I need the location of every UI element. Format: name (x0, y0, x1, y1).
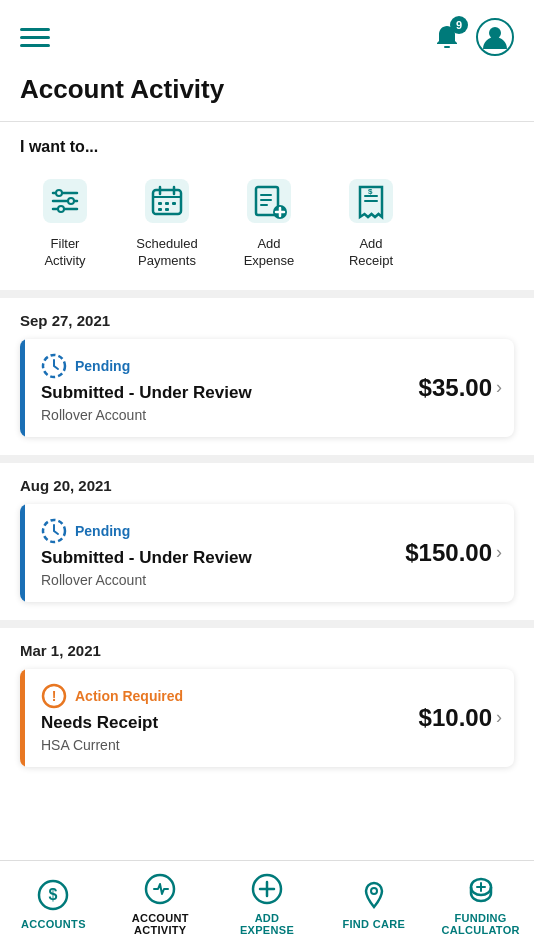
scheduled-payments-label: ScheduledPayments (136, 236, 197, 270)
status-text-2: Pending (75, 523, 130, 539)
nav-add-expense[interactable]: ADDEXPENSE (214, 871, 321, 936)
section-divider-2 (0, 455, 534, 463)
card-subtitle-2: Rollover Account (41, 572, 498, 588)
activity-card-3[interactable]: ! Action Required Needs Receipt HSA Curr… (20, 669, 514, 767)
accounts-nav-icon: $ (35, 877, 71, 913)
nav-funding-calculator[interactable]: FUNDINGCALCULATOR (427, 871, 534, 936)
nav-find-care-label: FIND CARE (342, 918, 405, 930)
nav-find-care[interactable]: FIND CARE (320, 877, 427, 930)
find-care-nav-icon (356, 877, 392, 913)
action-add-expense[interactable]: AddExpense (224, 172, 314, 270)
action-filter-activity[interactable]: FilterActivity (20, 172, 110, 270)
add-expense-label: AddExpense (244, 236, 295, 270)
svg-rect-18 (165, 208, 169, 211)
svg-text:$: $ (49, 886, 58, 903)
date-section-mar1: Mar 1, 2021 ! Action Required Needs Rece… (0, 628, 534, 767)
section-divider-3 (0, 620, 534, 628)
chevron-right-1: › (496, 377, 502, 398)
header: 9 (0, 0, 534, 66)
date-label-sep27: Sep 27, 2021 (20, 312, 514, 329)
activity-card-1[interactable]: Pending Submitted - Under Review Rollove… (20, 339, 514, 437)
header-right: 9 (430, 18, 514, 56)
svg-rect-17 (158, 208, 162, 211)
card-amount-3: $10.00 (419, 704, 492, 732)
svg-rect-14 (158, 202, 162, 205)
status-text-3: Action Required (75, 688, 183, 704)
add-expense-icon (240, 172, 298, 230)
card-amount-row-3: $10.00 › (419, 704, 502, 732)
page-title: Account Activity (0, 66, 534, 121)
svg-point-6 (56, 190, 62, 196)
status-text-1: Pending (75, 358, 130, 374)
add-receipt-label: AddReceipt (349, 236, 393, 270)
card-amount-1: $35.00 (419, 374, 492, 402)
svg-text:$: $ (368, 187, 373, 196)
svg-point-41 (371, 888, 377, 894)
content-area: I want to... FilterActivity (0, 122, 534, 885)
svg-rect-0 (444, 46, 450, 48)
pending-clock-icon-1 (41, 353, 67, 379)
nav-funding-label: FUNDINGCALCULATOR (441, 912, 519, 936)
svg-rect-15 (165, 202, 169, 205)
action-add-receipt[interactable]: $ AddReceipt (326, 172, 416, 270)
svg-text:!: ! (52, 688, 57, 704)
funding-nav-icon (463, 871, 499, 907)
date-section-aug20: Aug 20, 2021 Pending Submitted - Under R… (0, 463, 534, 602)
svg-point-7 (68, 198, 74, 204)
add-expense-nav-icon (249, 871, 285, 907)
svg-point-8 (58, 206, 64, 212)
filter-activity-label: FilterActivity (44, 236, 85, 270)
actions-row: FilterActivity (20, 172, 514, 270)
nav-activity-label: ACCOUNTACTIVITY (132, 912, 189, 936)
nav-account-activity[interactable]: ACCOUNTACTIVITY (107, 871, 214, 936)
nav-add-expense-label: ADDEXPENSE (240, 912, 294, 936)
scheduled-payments-icon (138, 172, 196, 230)
card-subtitle-1: Rollover Account (41, 407, 498, 423)
user-avatar[interactable] (476, 18, 514, 56)
quick-actions-section: I want to... FilterActivity (0, 122, 534, 290)
hamburger-menu[interactable] (20, 28, 50, 47)
quick-actions-title: I want to... (20, 138, 514, 156)
svg-rect-16 (172, 202, 176, 205)
chevron-right-2: › (496, 542, 502, 563)
card-amount-2: $150.00 (405, 539, 492, 567)
card-amount-row-2: $150.00 › (405, 539, 502, 567)
action-required-icon-3: ! (41, 683, 67, 709)
bottom-navigation: $ ACCOUNTS ACCOUNTACTIVITY ADDEXPENSE (0, 860, 534, 950)
notification-count: 9 (450, 16, 468, 34)
card-amount-row-1: $35.00 › (419, 374, 502, 402)
nav-accounts-label: ACCOUNTS (21, 918, 86, 930)
add-receipt-icon: $ (342, 172, 400, 230)
nav-accounts[interactable]: $ ACCOUNTS (0, 877, 107, 930)
date-section-sep27: Sep 27, 2021 Pending Submitted - Under R… (0, 298, 534, 437)
card-subtitle-3: HSA Current (41, 737, 498, 753)
activity-nav-icon (142, 871, 178, 907)
date-label-mar1: Mar 1, 2021 (20, 642, 514, 659)
filter-icon (36, 172, 94, 230)
section-divider-1 (0, 290, 534, 298)
pending-clock-icon-2 (41, 518, 67, 544)
date-label-aug20: Aug 20, 2021 (20, 477, 514, 494)
action-scheduled-payments[interactable]: ScheduledPayments (122, 172, 212, 270)
activity-card-2[interactable]: Pending Submitted - Under Review Rollove… (20, 504, 514, 602)
notification-bell[interactable]: 9 (430, 20, 464, 54)
chevron-right-3: › (496, 707, 502, 728)
svg-rect-9 (145, 179, 189, 223)
